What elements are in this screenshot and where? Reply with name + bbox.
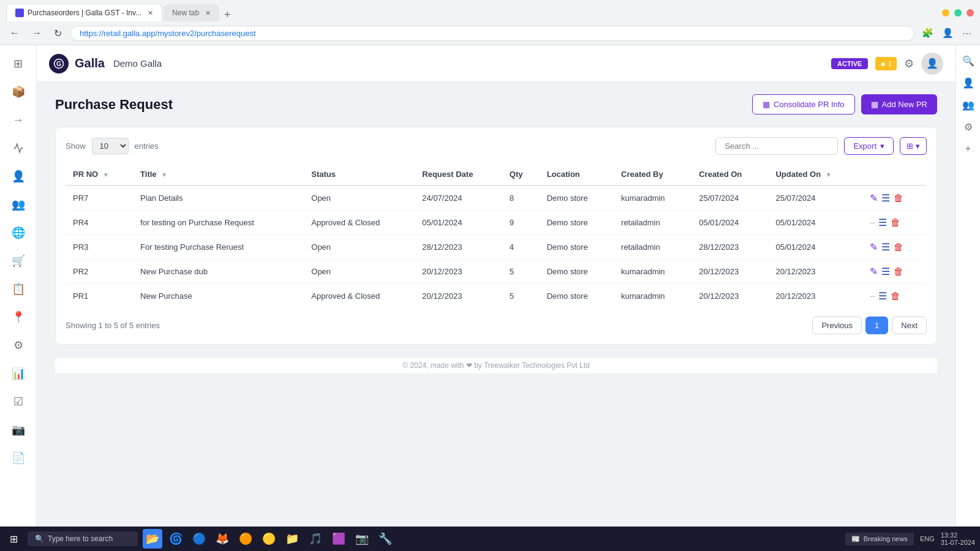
right-search-icon[interactable]: 🔍	[959, 51, 978, 70]
taskbar-app-8[interactable]: 🎵	[306, 529, 325, 541]
sidebar-item-reports[interactable]: 📋	[6, 277, 31, 301]
add-new-label: Add New PR	[882, 100, 927, 109]
page-1-button[interactable]: 1	[865, 317, 888, 334]
col-updated-on[interactable]: Updated On ▼	[768, 163, 862, 186]
view-toggle-button[interactable]: ⊞ ▾	[900, 137, 927, 155]
settings-icon[interactable]: ⚙	[904, 57, 914, 70]
delete-button-4[interactable]: 🗑	[891, 291, 900, 302]
taskbar-app-9[interactable]: 🟪	[329, 529, 349, 541]
sidebar-item-cart[interactable]: 🛒	[6, 249, 31, 273]
tab-new[interactable]: New tab ✕	[164, 4, 219, 21]
more-icon[interactable]: ⋯	[960, 25, 974, 41]
cell-updated-on-3: 20/12/2023	[768, 260, 862, 284]
export-button[interactable]: Export ▾	[844, 137, 894, 155]
sidebar-item-users[interactable]: 👥	[6, 192, 31, 217]
taskbar-app-7[interactable]: 📁	[282, 529, 302, 541]
sidebar-item-location[interactable]: 📍	[6, 305, 31, 329]
cell-created-on-0: 25/07/2024	[692, 186, 768, 211]
right-user-icon[interactable]: 👤	[959, 73, 978, 92]
col-request-date[interactable]: Request Date	[415, 163, 502, 186]
cell-actions-1: -- ☰ 🗑	[862, 211, 927, 235]
col-created-by[interactable]: Created By	[614, 163, 692, 186]
view-button-1[interactable]: ☰	[878, 217, 887, 228]
sidebar-item-arrow[interactable]: →	[6, 108, 31, 132]
consolidate-pr-button[interactable]: ▦ Consolidate PR Info	[752, 94, 855, 114]
profile-icon[interactable]: 👤	[940, 25, 956, 41]
view-button-2[interactable]: ☰	[881, 241, 890, 253]
right-users-icon[interactable]: 👥	[959, 96, 978, 114]
taskbar-app-3[interactable]: 🔵	[189, 529, 209, 541]
view-button-3[interactable]: ☰	[881, 266, 890, 277]
coin-badge: ● 1	[875, 57, 897, 70]
sidebar-item-docs[interactable]: 📄	[6, 446, 31, 470]
taskbar-app-11[interactable]: 🔧	[375, 529, 395, 541]
address-bar[interactable]: https://retail.galla.app/mystorev2/purch…	[70, 26, 914, 41]
cell-created-by-1: retailadmin	[614, 211, 692, 235]
sidebar-item-camera[interactable]: 📷	[6, 418, 31, 442]
cell-qty-2: 4	[502, 235, 540, 260]
sidebar-item-inventory[interactable]: 📦	[6, 80, 31, 104]
cell-title-1: for testing on Purchase Request	[133, 211, 304, 235]
search-input[interactable]	[715, 137, 838, 155]
tab-new-close-btn[interactable]: ✕	[205, 9, 211, 17]
cell-qty-3: 5	[502, 260, 540, 284]
delete-button-3[interactable]: 🗑	[894, 266, 903, 277]
col-status[interactable]: Status	[304, 163, 415, 186]
svg-text:G: G	[56, 59, 61, 67]
col-qty[interactable]: Qty	[502, 163, 540, 186]
footer-text: © 2024, made with ❤ by Treewalker Techno…	[402, 361, 589, 370]
previous-button[interactable]: Previous	[812, 317, 862, 334]
reload-button[interactable]: ↻	[50, 26, 66, 40]
cell-created-on-3: 20/12/2023	[692, 260, 768, 284]
start-button[interactable]: ⊞	[5, 531, 23, 542]
col-created-on[interactable]: Created On	[692, 163, 768, 186]
taskbar-app-6[interactable]: 🟡	[259, 529, 279, 541]
taskbar-app-1[interactable]: 📂	[143, 529, 162, 541]
delete-button-1[interactable]: 🗑	[891, 217, 900, 228]
next-button[interactable]: Next	[892, 317, 927, 334]
forward-button[interactable]: →	[28, 26, 45, 40]
edit-button-0[interactable]: ✎	[870, 192, 878, 204]
view-button-4[interactable]: ☰	[878, 290, 887, 302]
cell-status-2: Open	[304, 235, 415, 260]
taskbar-search[interactable]: 🔍 Type here to search	[28, 531, 138, 541]
cell-actions-3: ✎ ☰ 🗑	[862, 260, 927, 284]
taskbar-app-4[interactable]: 🦊	[213, 529, 232, 541]
sidebar-item-tasks[interactable]: ☑	[6, 389, 31, 414]
tab-active-label: Purchaseorders | Galla GST - Inv...	[28, 9, 141, 17]
entries-select[interactable]: 10 25 50 100	[92, 138, 129, 154]
sidebar-item-dashboard[interactable]: ⊞	[6, 51, 31, 76]
add-new-pr-button[interactable]: ▦ Add New PR	[861, 94, 937, 114]
sidebar-item-globe[interactable]: 🌐	[6, 220, 31, 245]
delete-button-2[interactable]: 🗑	[894, 242, 903, 253]
header-right: ACTIVE ● 1 ⚙ 👤	[831, 53, 943, 75]
minimize-button[interactable]	[942, 9, 949, 17]
sidebar-item-analytics[interactable]	[6, 136, 31, 160]
sidebar-item-settings[interactable]: ⚙	[6, 333, 31, 358]
back-button[interactable]: ←	[6, 26, 23, 40]
new-tab-button[interactable]: +	[221, 9, 235, 21]
delete-button-0[interactable]: 🗑	[894, 193, 903, 204]
edit-button-3[interactable]: ✎	[870, 266, 878, 277]
maximize-button[interactable]	[954, 9, 962, 17]
right-add-icon[interactable]: +	[959, 140, 978, 158]
col-location[interactable]: Location	[540, 163, 614, 186]
edit-button-2[interactable]: ✎	[870, 241, 878, 253]
view-button-0[interactable]: ☰	[881, 192, 890, 204]
taskbar-app-5[interactable]: 🟠	[236, 529, 255, 541]
taskbar-app-10[interactable]: 📷	[352, 529, 372, 541]
extensions-icon[interactable]: 🧩	[919, 25, 936, 41]
tab-active[interactable]: Purchaseorders | Galla GST - Inv... ✕	[6, 4, 162, 21]
col-title[interactable]: Title ▼	[133, 163, 304, 186]
cell-actions-2: ✎ ☰ 🗑	[862, 235, 927, 260]
taskbar-app-2[interactable]: 🌀	[166, 529, 186, 541]
cell-qty-4: 5	[502, 284, 540, 309]
avatar[interactable]: 👤	[921, 53, 943, 75]
sidebar-item-user[interactable]: 👤	[6, 164, 31, 189]
col-pr-no[interactable]: PR NO ▼	[66, 163, 133, 186]
right-settings-icon[interactable]: ⚙	[959, 118, 978, 136]
tab-close-btn[interactable]: ✕	[148, 9, 153, 17]
taskbar-search-text: Type here to search	[48, 534, 113, 541]
close-window-button[interactable]	[967, 9, 974, 17]
sidebar-item-chart[interactable]: 📊	[6, 361, 31, 386]
